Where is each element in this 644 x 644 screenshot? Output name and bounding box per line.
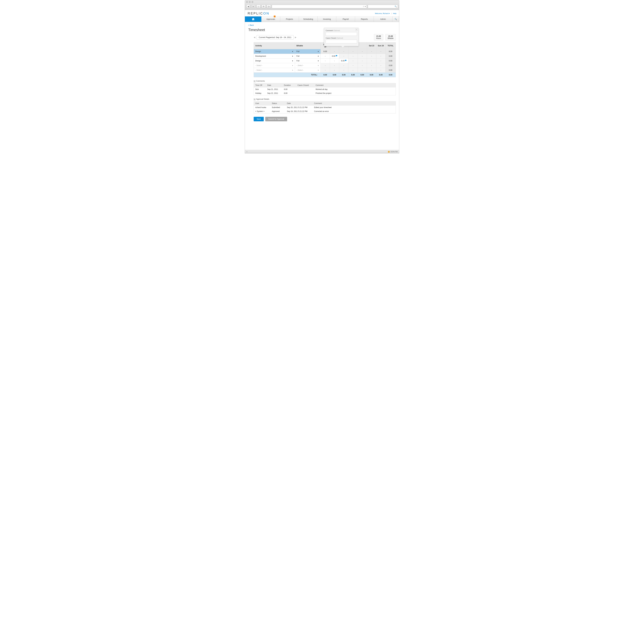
billable-select[interactable]: - Select -▼ [295, 68, 320, 73]
submit-button[interactable]: Submit for Approval [265, 117, 287, 121]
comments-section: ▾Comments Time Off Date Duration Cases C… [254, 80, 396, 95]
activity-select[interactable]: Design▼ [254, 49, 295, 54]
activity-select[interactable]: Design▼ [254, 59, 295, 63]
row-total: 0.00 [385, 54, 396, 59]
hour-cell[interactable]: - [339, 54, 348, 59]
hour-cell[interactable]: - [330, 63, 339, 68]
traffic-light-max[interactable] [252, 1, 253, 3]
search-icon: 🔍 [395, 5, 397, 8]
header-separator: | [391, 13, 392, 14]
bookmark-icon[interactable]: ☆ ▾ [363, 5, 366, 8]
traffic-light-close[interactable] [246, 1, 248, 3]
hour-cell[interactable]: - [348, 59, 358, 63]
tab-search[interactable]: 🔍 [392, 16, 399, 22]
help-link[interactable]: Help [393, 13, 396, 14]
hour-cell[interactable]: - [367, 63, 376, 68]
hour-cell[interactable]: - [339, 49, 348, 54]
hour-cell[interactable]: - [367, 59, 376, 63]
comment-row: HolidaySep 22, 20118.00Finished the proj… [254, 91, 396, 95]
hour-cell[interactable]: - [348, 63, 358, 68]
welcome-user-menu[interactable]: Welcome, Richard ▾ [375, 13, 390, 14]
hour-cell[interactable]: - [330, 68, 339, 73]
hour-cell[interactable]: - [376, 49, 385, 54]
tab-scheduling[interactable]: Scheduling [299, 16, 318, 22]
hour-cell[interactable]: - [321, 54, 330, 59]
activity-select[interactable]: - Select -▼ [254, 63, 295, 68]
payperiod-selector[interactable]: Current Payperiod: Sep 18 - 24, 2011 [257, 35, 294, 40]
summary-totals: 21.00Hours 21.00Billable [374, 34, 396, 40]
billable-select[interactable]: Full▼ [295, 59, 320, 63]
chevron-down-icon: ▼ [292, 60, 293, 62]
nav-history-button[interactable]: ◷ [267, 5, 271, 8]
tab-reports[interactable]: Reports [355, 16, 374, 22]
tab-invoicing[interactable]: Invoicing [318, 16, 336, 22]
activity-select[interactable]: - Select -▼ [254, 68, 295, 73]
statusbar-close-icon[interactable]: × [246, 151, 247, 153]
billable-select[interactable]: Full▼ [295, 54, 320, 59]
hour-cell[interactable]: - [330, 49, 339, 54]
save-button[interactable]: Save [254, 117, 264, 121]
hour-cell[interactable]: - [367, 54, 376, 59]
hour-cell[interactable]: - [376, 59, 385, 63]
hour-cell[interactable]: - [376, 54, 385, 59]
hour-cell[interactable]: - [321, 59, 330, 63]
payperiod-prev[interactable]: ◀ [254, 36, 255, 38]
hour-cell[interactable]: - [367, 49, 376, 54]
chevron-down-icon: ▼ [317, 55, 319, 57]
nav-home-button[interactable]: ⌂ [256, 5, 261, 8]
popover-cases-input[interactable] [326, 40, 357, 43]
comment-icon[interactable] [345, 60, 346, 61]
tab-projects[interactable]: Projects [280, 16, 299, 22]
page-content: < Back Timesheet ◀ Current Payperiod: Se… [245, 22, 399, 124]
tab-home[interactable] [245, 16, 261, 22]
billable-select[interactable]: Full▼ [295, 49, 320, 54]
hour-cell[interactable]: - [376, 68, 385, 73]
nav-back-button[interactable]: ◀ [246, 4, 250, 9]
hour-cell[interactable]: - [330, 59, 339, 63]
hour-cell[interactable]: - [348, 68, 358, 73]
hour-cell[interactable]: - [339, 68, 348, 73]
browser-chrome: ◀ ▶ ⌂ ⟳ ◷ ☆ ▾ 🔍 [245, 0, 399, 10]
hour-cell[interactable]: 8.00 [321, 49, 330, 54]
tab-approvals[interactable]: Approvals [261, 16, 280, 22]
hour-cell[interactable]: 8.00 [339, 59, 348, 63]
back-link[interactable]: < Back [248, 24, 254, 26]
hour-cell[interactable]: - [348, 49, 358, 54]
hour-cell[interactable]: - [358, 54, 367, 59]
hour-cell[interactable]: - [358, 59, 367, 63]
payperiod-pager: ◀ Current Payperiod: Sep 18 - 24, 2011 ▶ [254, 35, 296, 40]
window-titlebar [245, 0, 399, 4]
dimensions-label: 1024x768 [390, 151, 398, 153]
approval-toggle[interactable]: ▾ [254, 99, 255, 100]
hour-cell[interactable]: - [321, 63, 330, 68]
cell-popover: × Comment (Optional) Cases Closed (Optio… [324, 28, 359, 46]
tab-payroll[interactable]: Payroll [336, 16, 355, 22]
traffic-light-min[interactable] [249, 1, 251, 3]
hour-cell[interactable]: - [367, 68, 376, 73]
payperiod-next[interactable]: ▶ [295, 36, 296, 38]
chevron-down-icon: ▼ [317, 65, 319, 66]
address-bar[interactable]: ☆ ▾ [272, 5, 367, 8]
chevron-down-icon: ▼ [292, 51, 293, 52]
billable-select[interactable]: - Select -▼ [295, 63, 320, 68]
hour-cell[interactable]: - [339, 63, 348, 68]
popover-comment-input[interactable] [326, 32, 357, 36]
comments-toggle[interactable]: ▾ [254, 80, 255, 82]
hour-cell[interactable]: - [348, 54, 358, 59]
nav-forward-button[interactable]: ▶ [251, 4, 255, 9]
col-activity: Activity [254, 42, 295, 49]
nav-reload-button[interactable]: ⟳ [261, 5, 266, 8]
hour-cell[interactable]: - [321, 68, 330, 73]
comment-icon[interactable] [336, 55, 337, 56]
hour-cell[interactable]: - [358, 68, 367, 73]
activity-select[interactable]: Development▼ [254, 54, 295, 59]
hour-cell[interactable]: - [376, 63, 385, 68]
browser-search-input[interactable]: 🔍 [368, 5, 398, 8]
timesheet-row: Design▼Full▼--8.00----0.00 [254, 59, 396, 63]
hour-cell[interactable]: - [358, 49, 367, 54]
tab-admin[interactable]: Admin [374, 16, 392, 22]
popover-close-button[interactable]: × [355, 29, 358, 31]
app-frame: REPLICON Welcome, Richard ▾ | Help Appro… [245, 10, 399, 150]
hour-cell[interactable]: 8.00 [330, 54, 339, 59]
hour-cell[interactable]: - [358, 63, 367, 68]
